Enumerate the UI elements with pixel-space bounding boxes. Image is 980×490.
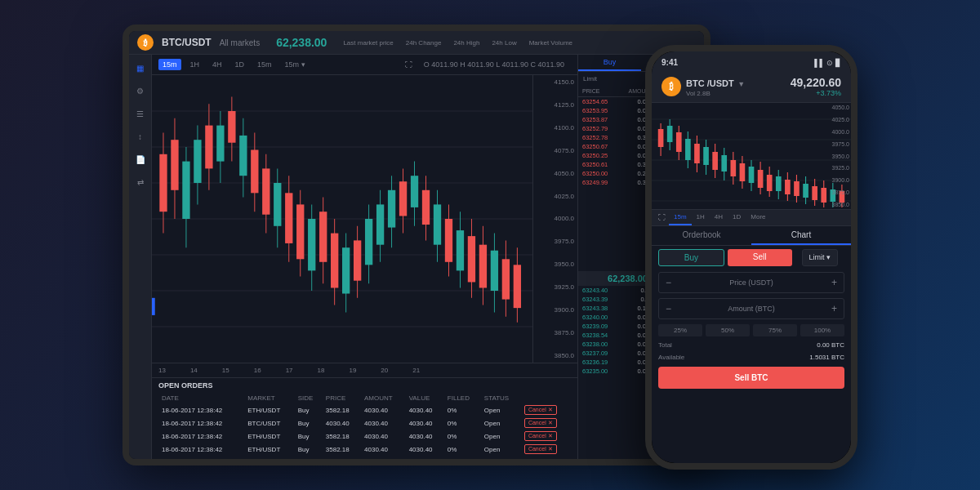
phone-tf-1d[interactable]: 1D (728, 210, 746, 225)
ohlc-display: O 4011.90 H 4011.90 L 4011.90 C 4011.90 (417, 58, 571, 71)
tab-buy[interactable]: Buy (578, 55, 641, 71)
stat-24h-high: 24h High (453, 39, 479, 47)
order-action[interactable]: Cancel ✕ (521, 403, 571, 416)
list-icon[interactable]: ☰ (134, 107, 147, 120)
transfer-icon[interactable]: ⇄ (134, 176, 147, 189)
amount-label: Amount (BTC) (728, 305, 775, 313)
order-action[interactable]: Cancel ✕ (521, 416, 571, 430)
order-action[interactable]: Cancel ✕ (521, 430, 571, 443)
candlestick-chart: 4150.0 4125.0 4100.0 4075.0 4050.0 4025.… (152, 75, 577, 363)
svg-rect-64 (479, 245, 487, 288)
svg-rect-10 (171, 140, 178, 190)
cancel-button[interactable]: Cancel ✕ (524, 405, 557, 415)
plus-price-icon[interactable]: + (831, 277, 837, 288)
phone-header: ₿ BTC /USDT ▼ Vol 2.8B 49,220.60 +3.73% (652, 70, 851, 103)
chart-icon[interactable]: ▦ (134, 61, 147, 74)
svg-rect-38 (331, 234, 338, 288)
svg-rect-54 (422, 190, 430, 225)
stat-market-volume: Market Volume (529, 39, 572, 47)
svg-rect-82 (676, 132, 682, 152)
order-side: Buy (295, 443, 323, 456)
svg-rect-50 (399, 181, 407, 216)
table-row: 18-06-2017 12:38:42 ETH/USDT Buy 3582.18… (158, 403, 571, 416)
order-filled: 0% (444, 430, 481, 443)
doc-icon[interactable]: 📄 (134, 153, 147, 166)
order-amount: 4030.40 (361, 430, 406, 443)
pct-50[interactable]: 50% (706, 324, 750, 336)
svg-rect-100 (758, 170, 764, 188)
svg-rect-56 (434, 204, 441, 244)
arrow-icon[interactable]: ↕ (134, 130, 147, 143)
phone-pair-arrow[interactable]: ▼ (737, 80, 745, 88)
price-col-header: PRICE (582, 88, 599, 94)
phone-tf-more[interactable]: More (746, 210, 770, 225)
svg-rect-44 (365, 219, 372, 265)
header-stats: Last market price 24h Change 24h High 24… (343, 39, 572, 47)
phone-sell-action[interactable]: Sell BTC (658, 367, 844, 389)
settings-icon[interactable]: ⚙ (134, 84, 147, 97)
svg-rect-18 (216, 126, 224, 162)
order-status: Open (481, 403, 521, 416)
plus-amount-icon[interactable]: + (831, 303, 837, 314)
market-dropdown[interactable]: All markets (220, 38, 260, 47)
svg-rect-70 (514, 265, 521, 308)
tab-chart[interactable]: Chart (751, 226, 851, 245)
order-price: 3582.18 (323, 430, 361, 443)
phone-sell-button[interactable]: Sell (728, 249, 792, 266)
svg-rect-46 (376, 204, 384, 244)
expand-icon[interactable]: ⛶ (405, 60, 412, 69)
expand-chart-icon[interactable]: ⛶ (655, 210, 669, 225)
order-side: Buy (295, 403, 323, 416)
header-price: 62,238.00 (276, 36, 327, 49)
svg-rect-28 (274, 183, 281, 226)
phone-percent-row: 25% 50% 75% 100% (652, 322, 851, 339)
pct-75[interactable]: 75% (753, 324, 797, 336)
order-filled: 0% (444, 403, 481, 416)
order-status: Open (481, 443, 521, 456)
phone-tf-4h[interactable]: 4H (710, 210, 728, 225)
timeframe-15m-2[interactable]: 15m (253, 59, 276, 70)
phone-price-input[interactable]: − Price (USDT) + (658, 272, 844, 293)
timeframe-1d[interactable]: 1D (231, 59, 249, 70)
svg-rect-104 (776, 176, 782, 191)
table-row: 18-06-2017 12:38:42 ETH/USDT Buy 3582.18… (158, 430, 571, 443)
order-value: 4030.40 (406, 430, 444, 443)
minus-amount-icon[interactable]: − (666, 303, 671, 314)
svg-rect-52 (411, 176, 418, 207)
order-side: Buy (295, 416, 323, 430)
phone: 9:41 ▌▌ ⊙ ▊ ₿ BTC /USDT ▼ Vol 2.8B 49,22… (645, 45, 858, 470)
order-status: Open (481, 416, 521, 430)
order-price: 4030.40 (323, 416, 361, 430)
phone-amount-input[interactable]: − Amount (BTC) + (658, 298, 844, 319)
pct-25[interactable]: 25% (658, 324, 702, 336)
svg-rect-26 (262, 168, 270, 214)
cancel-button[interactable]: Cancel ✕ (524, 418, 557, 428)
svg-rect-30 (285, 193, 292, 243)
timeframe-15m-3[interactable]: 15m ▾ (281, 59, 310, 70)
timeframe-4h[interactable]: 4H (208, 59, 226, 70)
phone-tf-1h[interactable]: 1H (692, 210, 710, 225)
cancel-button[interactable]: Cancel ✕ (524, 431, 557, 441)
phone-pair-info: BTC /USDT ▼ Vol 2.8B (686, 75, 745, 97)
phone-change: +3.73% (791, 89, 841, 97)
tab-orderbook[interactable]: Orderbook (652, 226, 751, 245)
open-orders: OPEN ORDERS DATE MARKET SIDE PRICE AMOUN… (152, 377, 577, 459)
order-status: Open (481, 430, 521, 443)
phone-buy-button[interactable]: Buy (658, 249, 724, 266)
timeframe-15m[interactable]: 15m (158, 59, 181, 70)
svg-rect-108 (794, 181, 800, 196)
order-market: ETH/USDT (244, 430, 294, 443)
order-action[interactable]: Cancel ✕ (521, 443, 571, 456)
stat-24h-low: 24h Low (492, 39, 516, 47)
phone-tf-15m[interactable]: 15m (669, 210, 692, 225)
minus-price-icon[interactable]: − (666, 277, 671, 288)
svg-rect-110 (803, 184, 808, 198)
timeframe-1h[interactable]: 1H (186, 59, 204, 70)
phone-trade: Buy Sell Limit ▾ − Price (USDT) + − Amou… (652, 246, 851, 463)
svg-rect-62 (468, 236, 475, 282)
cancel-button[interactable]: Cancel ✕ (524, 444, 557, 454)
phone-limit-dropdown[interactable]: Limit ▾ (802, 249, 839, 266)
orders-table: DATE MARKET SIDE PRICE AMOUNT VALUE FILL… (158, 393, 571, 456)
tablet-header: ₿ BTC/USDT All markets 62,238.00 Last ma… (129, 31, 704, 55)
pct-100[interactable]: 100% (800, 324, 844, 336)
